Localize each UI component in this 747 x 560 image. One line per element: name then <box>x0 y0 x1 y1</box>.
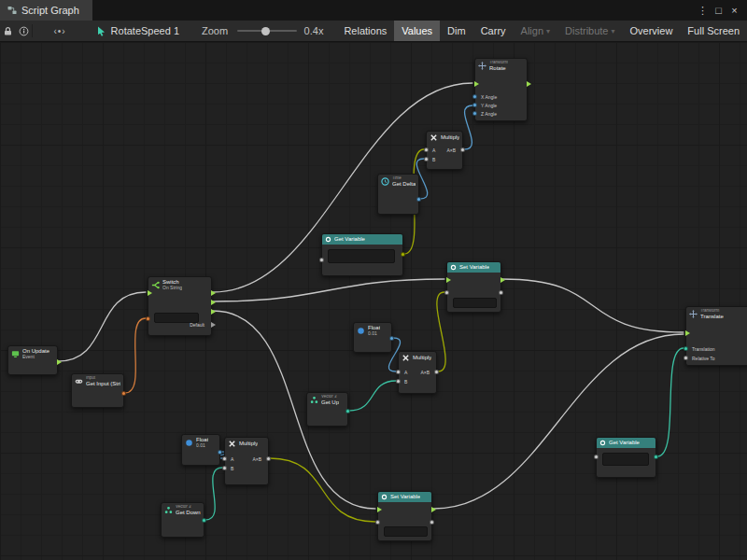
value-port[interactable] <box>396 379 401 384</box>
node-text: Multiply <box>239 441 258 447</box>
toolbar-button-carry[interactable]: Carry <box>473 21 514 41</box>
flow-port[interactable] <box>57 359 62 365</box>
value-port[interactable] <box>266 456 271 461</box>
flow-port[interactable] <box>377 507 382 512</box>
flow-port[interactable] <box>431 507 436 512</box>
flow-port[interactable] <box>148 290 152 296</box>
multiply-icon <box>402 354 410 362</box>
node-switch-on-string[interactable]: SwitchOn StringDefault <box>148 276 212 336</box>
value-port[interactable] <box>222 456 227 461</box>
flow-port[interactable] <box>500 277 505 283</box>
value-port[interactable] <box>424 147 429 152</box>
graph-canvas[interactable]: On UpdateEventInputGet Input (StrinSwitc… <box>0 42 747 560</box>
node-text: Get Variable <box>609 440 640 446</box>
flow-port[interactable] <box>211 300 216 305</box>
toolbar-button-distribute[interactable]: Distribute▾ <box>557 21 622 41</box>
value-port[interactable] <box>345 409 350 413</box>
flow-port[interactable] <box>446 277 451 283</box>
node-float-1[interactable]: Float0.01 <box>353 322 392 353</box>
inline-value-field[interactable] <box>453 298 497 308</box>
value-port[interactable] <box>430 520 434 525</box>
node-title: Translate <box>700 314 724 320</box>
node-get-input-string[interactable]: InputGet Input (Strin <box>71 373 124 408</box>
node-multiply-2[interactable]: MultiplyABA×B <box>398 351 437 394</box>
flow-port[interactable] <box>211 309 216 315</box>
lock-icon[interactable] <box>0 21 16 41</box>
transform-icon <box>478 62 486 70</box>
node-header: Get Variable <box>597 438 655 448</box>
value-port[interactable] <box>654 455 658 459</box>
flow-port[interactable] <box>527 81 531 87</box>
node-vector3-get-down[interactable]: Vector 3Get Down <box>161 502 204 538</box>
value-port[interactable] <box>594 455 599 459</box>
node-rotate[interactable]: TransformRotateX AngleY AngleZ Angle <box>474 58 528 121</box>
value-port[interactable] <box>472 94 477 99</box>
node-title: Get Up <box>321 399 339 406</box>
node-float-2[interactable]: Float0.01 <box>181 434 220 466</box>
inline-value-field[interactable] <box>328 249 395 263</box>
connection <box>349 381 396 411</box>
node-set-variable-1[interactable]: Set Variable <box>446 261 501 313</box>
zoom-slider-thumb[interactable] <box>261 27 270 35</box>
port-label: Z Angle <box>481 111 497 117</box>
unity-script-graph-window: { "window": { "tab_title": "Script Graph… <box>0 0 747 560</box>
toolbar-button-overview[interactable]: Overview <box>623 21 681 41</box>
value-port[interactable] <box>444 290 449 295</box>
value-port[interactable] <box>401 252 405 257</box>
flow-port[interactable] <box>474 81 479 87</box>
value-port[interactable] <box>146 316 150 321</box>
value-port[interactable] <box>319 258 324 262</box>
node-vector3-get-up[interactable]: Vector 3Get Up <box>306 392 348 427</box>
value-port[interactable] <box>218 450 222 455</box>
node-multiply-1[interactable]: MultiplyABA×B <box>426 131 463 170</box>
close-icon[interactable]: × <box>727 5 741 16</box>
value-port[interactable] <box>202 518 206 523</box>
value-port[interactable] <box>396 370 401 374</box>
zoom-slider[interactable] <box>237 24 296 37</box>
graph-name: RotateSpeed 1 <box>111 25 179 36</box>
node-subtitle: 0.01 <box>368 331 380 337</box>
tab-script-graph[interactable]: Script Graph <box>0 0 92 21</box>
graph-breadcrumb[interactable]: RotateSpeed 1 <box>97 25 179 36</box>
toolbar-button-align[interactable]: Align▾ <box>514 21 557 41</box>
zoom-fit-icon[interactable]: ‹•› <box>46 21 75 41</box>
info-icon[interactable] <box>16 21 32 41</box>
toolbar-button-relations[interactable]: Relations <box>336 21 394 41</box>
node-subtitle: 0.01 <box>196 443 208 449</box>
node-set-variable-2[interactable]: Set Variable <box>377 491 432 541</box>
toolbar-button-dim[interactable]: Dim <box>440 21 473 41</box>
value-port[interactable] <box>424 157 429 161</box>
value-port[interactable] <box>460 147 465 152</box>
port-label: B <box>231 466 233 471</box>
value-port[interactable] <box>472 103 477 107</box>
port-label: Default <box>190 322 204 328</box>
value-port[interactable] <box>684 346 688 351</box>
node-on-update[interactable]: On UpdateEvent <box>7 345 58 375</box>
node-translate[interactable]: TransformTranslateTranslationRelative To <box>685 306 747 366</box>
port-label: A <box>432 147 435 153</box>
value-port[interactable] <box>222 466 227 470</box>
value-port[interactable] <box>684 356 688 360</box>
flow-port[interactable] <box>685 330 690 336</box>
maximize-icon[interactable]: □ <box>712 5 726 16</box>
value-port[interactable] <box>416 197 421 202</box>
node-get-variable-2[interactable]: Get Variable <box>596 437 656 478</box>
value-port[interactable] <box>472 111 477 116</box>
value-port[interactable] <box>375 520 380 525</box>
connection <box>502 279 684 332</box>
value-port[interactable] <box>499 290 503 295</box>
inline-value-field[interactable] <box>602 453 649 466</box>
menu-icon[interactable]: ⋮ <box>696 5 710 17</box>
inline-value-field[interactable] <box>384 526 428 537</box>
node-get-variable-1[interactable]: Get Variable <box>321 233 403 276</box>
node-multiply-3[interactable]: MultiplyABA×B <box>224 437 269 485</box>
value-port[interactable] <box>389 336 394 341</box>
toolbar-button-values[interactable]: Values <box>394 21 440 41</box>
value-port[interactable] <box>121 391 126 396</box>
flow-port[interactable] <box>211 322 216 328</box>
value-port[interactable] <box>434 370 439 374</box>
toolbar-button-full-screen[interactable]: Full Screen <box>680 21 747 41</box>
node-title: Rotate <box>489 65 508 72</box>
node-get-delta-time[interactable]: TimeGet Delta Time <box>377 174 419 215</box>
flow-port[interactable] <box>211 290 216 296</box>
